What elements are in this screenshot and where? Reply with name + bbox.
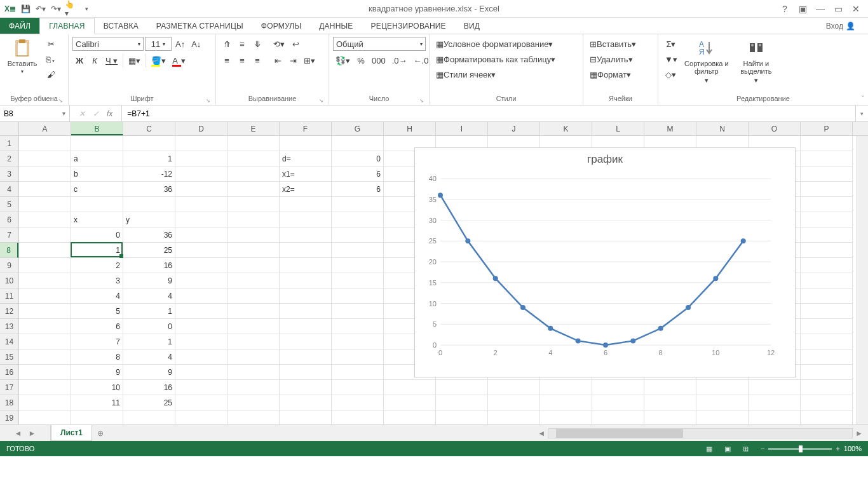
row-header-17[interactable]: 17: [0, 380, 18, 395]
cell-P19[interactable]: [801, 410, 853, 424]
format-painter-icon[interactable]: 🖌: [43, 67, 58, 81]
cell-D9[interactable]: [175, 258, 227, 273]
fill-icon[interactable]: ▼▾: [662, 52, 680, 66]
cell-A3[interactable]: [19, 166, 71, 182]
col-header-I[interactable]: I: [436, 122, 488, 135]
cell-F17[interactable]: [280, 380, 332, 395]
row-header-4[interactable]: 4: [0, 182, 18, 197]
delete-cells[interactable]: ⊟ Удалить ▾: [587, 52, 654, 66]
cell-E5[interactable]: [227, 197, 280, 212]
cell-H17[interactable]: [384, 380, 436, 395]
cell-O18[interactable]: [749, 395, 801, 410]
borders-icon[interactable]: ▦▾: [126, 53, 143, 67]
cell-P2[interactable]: [801, 151, 853, 166]
cell-F4[interactable]: x2=: [280, 182, 332, 197]
tab-data[interactable]: ДАННЫЕ: [310, 18, 362, 34]
cell-P9[interactable]: [801, 258, 853, 273]
bold-icon[interactable]: Ж: [72, 53, 86, 67]
insert-cells[interactable]: ⊞ Вставить ▾: [587, 37, 654, 51]
paste-button[interactable]: Вставить▾: [4, 37, 41, 74]
cell-P14[interactable]: [801, 334, 853, 349]
row-header-15[interactable]: 15: [0, 349, 18, 365]
cell-A5[interactable]: [19, 197, 71, 212]
cell-E7[interactable]: [227, 227, 280, 243]
cell-E8[interactable]: [227, 243, 280, 258]
col-header-O[interactable]: O: [749, 122, 801, 135]
accept-formula-icon[interactable]: ✓: [93, 109, 99, 118]
decrease-indent-icon[interactable]: ⇤: [271, 53, 285, 67]
format-cells[interactable]: ▦ Формат ▾: [587, 67, 654, 81]
cell-G16[interactable]: [332, 365, 384, 380]
cell-I17[interactable]: [436, 380, 488, 395]
underline-icon[interactable]: Ч ▾: [103, 53, 120, 67]
cell-F15[interactable]: [280, 349, 332, 365]
cell-G13[interactable]: [332, 319, 384, 334]
formula-input[interactable]: [122, 105, 855, 121]
sign-in[interactable]: Вход👤: [820, 18, 868, 34]
cell-E14[interactable]: [227, 334, 280, 349]
row-header-13[interactable]: 13: [0, 319, 18, 334]
cell-A1[interactable]: [19, 136, 71, 151]
col-header-A[interactable]: A: [19, 122, 71, 135]
cell-P5[interactable]: [801, 197, 853, 212]
cell-B7[interactable]: 0: [71, 227, 123, 243]
row-header-1[interactable]: 1: [0, 136, 18, 151]
increase-decimal-icon[interactable]: .0→: [390, 53, 410, 67]
cell-M19[interactable]: [644, 410, 696, 424]
cell-D11[interactable]: [175, 288, 227, 304]
cell-F16[interactable]: [280, 365, 332, 380]
cell-G15[interactable]: [332, 349, 384, 365]
zoom-out-icon[interactable]: −: [761, 445, 764, 452]
cell-D7[interactable]: [175, 227, 227, 243]
col-header-L[interactable]: L: [592, 122, 644, 135]
cell-K18[interactable]: [540, 395, 592, 410]
format-as-table[interactable]: ▦ Форматировать как таблицу ▾: [433, 52, 580, 66]
cell-N19[interactable]: [696, 410, 749, 424]
cell-E9[interactable]: [227, 258, 280, 273]
cell-P3[interactable]: [801, 166, 853, 182]
cell-A18[interactable]: [19, 395, 71, 410]
cell-O17[interactable]: [749, 380, 801, 395]
cell-A2[interactable]: [19, 151, 71, 166]
cell-L19[interactable]: [592, 410, 644, 424]
cell-D19[interactable]: [175, 410, 227, 424]
qat-customize-icon[interactable]: ▾: [80, 3, 93, 15]
cell-G9[interactable]: [332, 258, 384, 273]
cell-C5[interactable]: [123, 197, 175, 212]
cell-C15[interactable]: 4: [123, 349, 175, 365]
cell-F11[interactable]: [280, 288, 332, 304]
view-page-layout-icon[interactable]: ▣: [719, 445, 736, 453]
cell-H18[interactable]: [384, 395, 436, 410]
cell-I19[interactable]: [436, 410, 488, 424]
col-header-N[interactable]: N: [696, 122, 749, 135]
wrap-text-icon[interactable]: ↩: [288, 37, 302, 51]
cell-P7[interactable]: [801, 227, 853, 243]
cell-E17[interactable]: [227, 380, 280, 395]
cell-E16[interactable]: [227, 365, 280, 380]
cell-M17[interactable]: [644, 380, 696, 395]
cell-F9[interactable]: [280, 258, 332, 273]
tab-file[interactable]: ФАЙЛ: [0, 18, 39, 34]
row-header-14[interactable]: 14: [0, 334, 18, 349]
decrease-decimal-icon[interactable]: ←.0: [411, 53, 431, 67]
percent-icon[interactable]: %: [354, 53, 368, 67]
cell-G6[interactable]: [332, 212, 384, 227]
cell-N17[interactable]: [696, 380, 749, 395]
cell-P11[interactable]: [801, 288, 853, 304]
cell-D3[interactable]: [175, 166, 227, 182]
font-color-icon[interactable]: A▾: [170, 53, 188, 67]
cell-F7[interactable]: [280, 227, 332, 243]
cell-D14[interactable]: [175, 334, 227, 349]
cell-L17[interactable]: [592, 380, 644, 395]
cell-D6[interactable]: [175, 212, 227, 227]
cell-D2[interactable]: [175, 151, 227, 166]
cancel-formula-icon[interactable]: ✕: [79, 109, 85, 118]
cell-C16[interactable]: 9: [123, 365, 175, 380]
vertical-scrollbar[interactable]: [857, 136, 868, 424]
increase-indent-icon[interactable]: ⇥: [286, 53, 300, 67]
cell-F5[interactable]: [280, 197, 332, 212]
cell-D10[interactable]: [175, 273, 227, 288]
cut-icon[interactable]: ✂: [43, 37, 58, 51]
cell-P13[interactable]: [801, 319, 853, 334]
row-header-9[interactable]: 9: [0, 258, 18, 273]
